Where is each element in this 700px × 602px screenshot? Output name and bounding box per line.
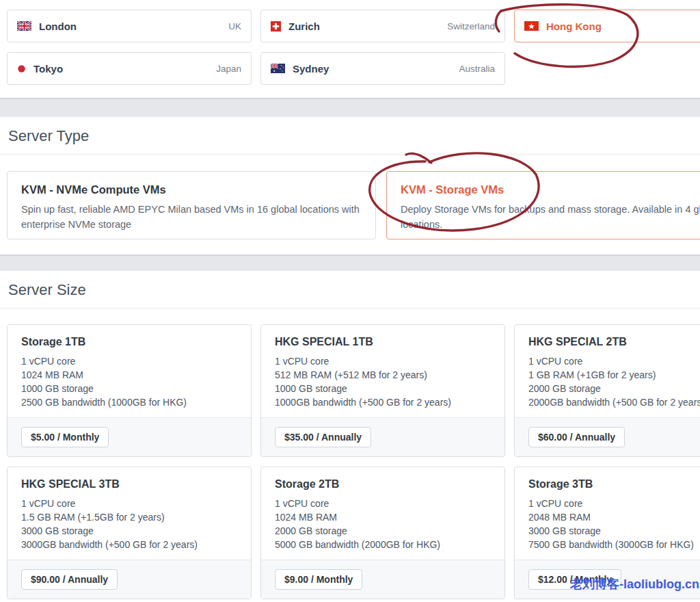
location-card-london[interactable]: London UK (7, 10, 252, 42)
server-size-grid: Storage 1TB 1 vCPU core 1024 MB RAM 1000… (0, 324, 700, 599)
japan-flag-icon (17, 64, 26, 73)
location-country: Switzerland (447, 21, 495, 31)
size-card-storage-1tb[interactable]: Storage 1TB 1 vCPU core 1024 MB RAM 1000… (7, 324, 252, 457)
spec-ram: 1024 MB RAM (275, 510, 491, 524)
spec-storage: 3000 GB storage (528, 524, 700, 538)
size-card-storage-2tb[interactable]: Storage 2TB 1 vCPU core 1024 MB RAM 2000… (260, 467, 505, 599)
size-card-hkg-special-2tb[interactable]: HKG SPECIAL 2TB 1 vCPU core 1 GB RAM (+1… (514, 324, 700, 457)
size-card-hkg-special-3tb[interactable]: HKG SPECIAL 3TB 1 vCPU core 1.5 GB RAM (… (7, 467, 252, 599)
spec-bandwidth: 7500 GB bandwidth (3000GB for HKG) (528, 538, 700, 551)
australia-flag-icon (271, 64, 285, 73)
plan-name: HKG SPECIAL 2TB (528, 336, 700, 348)
spec-storage: 1000 GB storage (275, 382, 491, 395)
spec-cpu: 1 vCPU core (528, 354, 700, 368)
title-divider (0, 154, 700, 155)
section-divider-band (0, 254, 700, 271)
size-card-storage-3tb[interactable]: Storage 3TB 1 vCPU core 2048 MB RAM 3000… (514, 467, 700, 599)
location-name: Tokyo (33, 63, 63, 75)
location-name: London (39, 21, 77, 32)
plan-name: HKG SPECIAL 1TB (275, 336, 491, 348)
location-country: UK (228, 21, 241, 31)
location-country: Australia (459, 64, 495, 74)
spec-ram: 1 GB RAM (+1GB for 2 years) (528, 368, 700, 382)
spec-cpu: 1 vCPU core (275, 497, 491, 510)
spec-storage: 2000 GB storage (275, 524, 491, 538)
server-type-name: KVM - Storage VMs (401, 183, 700, 196)
price-button[interactable]: $5.00 / Monthly (21, 427, 109, 447)
size-card-footer: $35.00 / Annually (261, 417, 504, 456)
location-name: Zurich (288, 21, 320, 32)
size-card-hkg-special-1tb[interactable]: HKG SPECIAL 1TB 1 vCPU core 512 MB RAM (… (260, 324, 505, 457)
swiss-flag-icon (271, 21, 281, 31)
spec-ram: 1024 MB RAM (21, 368, 237, 382)
size-card-footer: $12.00 / Monthly (515, 560, 700, 599)
order-page: London UK Zurich Switzerland Hong K (0, 0, 700, 599)
title-divider (0, 308, 700, 309)
price-button[interactable]: $90.00 / Annually (21, 569, 118, 590)
size-card-body: Storage 2TB 1 vCPU core 1024 MB RAM 2000… (261, 467, 504, 560)
location-card-tokyo[interactable]: Tokyo Japan (7, 52, 252, 85)
spec-storage: 1000 GB storage (21, 382, 237, 395)
size-card-footer: $90.00 / Annually (8, 560, 251, 599)
price-button[interactable]: $9.00 / Monthly (275, 569, 362, 590)
spec-cpu: 1 vCPU core (528, 497, 700, 510)
server-type-description: Deploy Storage VMs for backups and mass … (401, 202, 700, 233)
location-name: Hong Kong (546, 21, 602, 32)
spec-cpu: 1 vCPU core (275, 354, 491, 368)
plan-name: Storage 1TB (21, 336, 237, 348)
server-size-title: Server Size (0, 281, 700, 299)
location-country: Japan (216, 64, 241, 74)
price-button[interactable]: $12.00 / Monthly (528, 569, 621, 590)
server-type-grid: KVM - NVMe Compute VMs Spin up fast, rel… (0, 171, 700, 239)
spec-cpu: 1 vCPU core (21, 497, 237, 510)
size-card-footer: $5.00 / Monthly (8, 417, 251, 456)
size-card-body: HKG SPECIAL 3TB 1 vCPU core 1.5 GB RAM (… (8, 467, 251, 560)
server-type-title: Server Type (0, 127, 700, 145)
size-card-body: HKG SPECIAL 1TB 1 vCPU core 512 MB RAM (… (261, 325, 504, 417)
size-card-footer: $9.00 / Monthly (261, 560, 504, 599)
size-card-body: Storage 1TB 1 vCPU core 1024 MB RAM 1000… (8, 325, 251, 417)
spec-bandwidth: 2000GB bandwidth (+500 GB for 2 years) (528, 395, 700, 409)
size-card-body: Storage 3TB 1 vCPU core 2048 MB RAM 3000… (515, 467, 700, 560)
spec-bandwidth: 3000GB bandwidth (+500 GB for 2 years) (21, 538, 237, 551)
price-button[interactable]: $35.00 / Annually (275, 427, 371, 447)
section-divider-band (0, 98, 700, 117)
spec-cpu: 1 vCPU core (21, 354, 237, 368)
plan-name: Storage 3TB (528, 478, 700, 490)
spec-bandwidth: 2500 GB bandwidth (1000GB for HKG) (21, 395, 237, 409)
spec-ram: 512 MB RAM (+512 MB for 2 years) (275, 368, 491, 382)
spec-storage: 3000 GB storage (21, 524, 237, 538)
location-card-hong-kong[interactable]: Hong Kong (514, 10, 700, 42)
hong-kong-flag-icon (524, 21, 539, 31)
size-card-footer: $60.00 / Annually (515, 417, 700, 456)
spec-ram: 2048 MB RAM (528, 510, 700, 524)
plan-name: HKG SPECIAL 3TB (21, 478, 237, 490)
price-button[interactable]: $60.00 / Annually (528, 427, 625, 447)
plan-name: Storage 2TB (275, 478, 491, 490)
spec-ram: 1.5 GB RAM (+1.5GB for 2 years) (21, 510, 237, 524)
server-type-card-nvme-compute[interactable]: KVM - NVMe Compute VMs Spin up fast, rel… (7, 171, 376, 239)
server-type-card-storage-vms[interactable]: KVM - Storage VMs Deploy Storage VMs for… (386, 171, 700, 239)
spec-storage: 2000 GB storage (528, 382, 700, 395)
server-type-name: KVM - NVMe Compute VMs (21, 183, 362, 196)
location-name: Sydney (293, 63, 329, 75)
location-card-sydney[interactable]: Sydney Australia (260, 52, 505, 85)
location-card-zurich[interactable]: Zurich Switzerland (260, 10, 505, 42)
location-grid: London UK Zurich Switzerland Hong K (0, 10, 700, 85)
server-type-description: Spin up fast, reliable AMD EPYC Milan ba… (21, 202, 362, 233)
spec-bandwidth: 1000GB bandwidth (+500 GB for 2 years) (275, 395, 491, 409)
uk-flag-icon (17, 21, 31, 31)
spec-bandwidth: 5000 GB bandwidth (2000GB for HKG) (275, 538, 491, 551)
size-card-body: HKG SPECIAL 2TB 1 vCPU core 1 GB RAM (+1… (515, 325, 700, 417)
